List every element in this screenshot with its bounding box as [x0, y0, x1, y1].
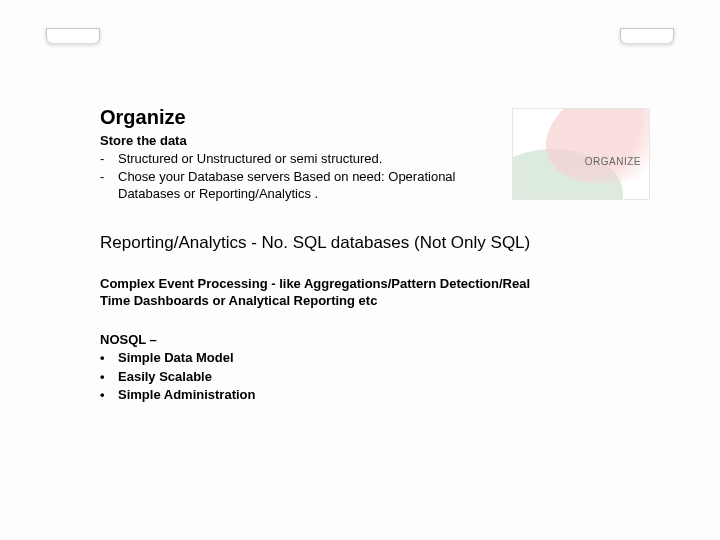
nosql-list: • Simple Data Model • Easily Scalable • … [100, 349, 660, 406]
organize-list: - Structured or Unstructured or semi str… [100, 150, 470, 203]
list-item: • Simple Data Model [100, 349, 660, 368]
bullet-icon: • [100, 386, 108, 405]
list-item-text: Easily Scalable [118, 368, 212, 387]
binder-nub-right [620, 28, 674, 43]
subtitle-store-data: Store the data [100, 133, 660, 148]
list-item-text: Simple Data Model [118, 349, 234, 368]
binder-nub-left [46, 28, 100, 43]
list-item: • Easily Scalable [100, 368, 660, 387]
slide: ORGANIZE Organize Store the data - Struc… [0, 0, 720, 540]
bullet-icon: • [100, 368, 108, 387]
subheading-reporting: Reporting/Analytics - No. SQL databases … [100, 233, 660, 253]
list-item: - Chose your Database servers Based on n… [100, 168, 470, 203]
dash-icon: - [100, 150, 108, 168]
bullet-icon: • [100, 349, 108, 368]
list-item: - Structured or Unstructured or semi str… [100, 150, 470, 168]
dash-icon: - [100, 168, 108, 203]
slide-content: Organize Store the data - Structured or … [100, 106, 660, 405]
heading-organize: Organize [100, 106, 660, 129]
list-item-text: Chose your Database servers Based on nee… [118, 168, 470, 203]
list-item-text: Simple Administration [118, 386, 255, 405]
paragraph-cep: Complex Event Processing - like Aggregat… [100, 275, 560, 310]
list-item-text: Structured or Unstructured or semi struc… [118, 150, 382, 168]
heading-nosql: NOSQL – [100, 332, 660, 347]
list-item: • Simple Administration [100, 386, 660, 405]
